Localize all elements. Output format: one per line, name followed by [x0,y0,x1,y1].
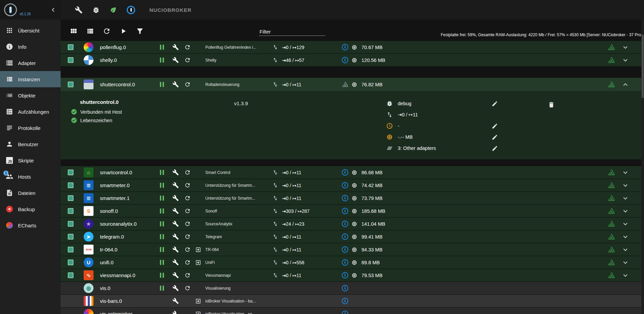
sidebar-item-instanzen[interactable]: Instanzen [0,71,61,87]
settings-wrench-button[interactable] [172,57,179,63]
sentry-icon[interactable] [608,259,615,266]
pause-button[interactable] [160,208,164,214]
sidebar-item-benutzer[interactable]: Benutzer [0,136,61,152]
sidebar-item-uebersicht[interactable]: Übersicht [0,22,61,39]
settings-wrench-button[interactable] [172,44,179,50]
sidebar-item-aufzaehlungen[interactable]: Aufzählungen [0,104,61,120]
settings-wrench-button[interactable] [172,246,179,253]
restart-button[interactable] [184,44,191,50]
pause-button[interactable] [160,260,164,265]
info-icon[interactable]: i [342,44,348,50]
view-grid-button[interactable] [69,27,78,35]
delete-instance-icon[interactable] [548,101,555,108]
sidebar-item-dateien[interactable]: Dateien [0,185,61,201]
sentry-icon[interactable] [608,272,615,279]
instance-enabled-checkbox[interactable] [68,272,74,278]
refresh-button[interactable] [103,27,111,35]
restart-button[interactable] [184,182,191,188]
sidebar-item-objekte[interactable]: Objekte [0,87,61,104]
open-link-icon[interactable] [195,311,201,314]
sidebar-item-protokolle[interactable]: Protokolle [0,120,61,136]
edit-pencil-icon[interactable] [492,134,498,140]
expand-toggle[interactable] [621,194,629,202]
bug-report-icon[interactable] [92,6,100,14]
instance-enabled-checkbox[interactable] [68,82,74,87]
info-icon[interactable]: i [342,285,348,291]
pause-button[interactable] [160,45,164,50]
info-icon[interactable]: i [342,221,348,227]
expand-toggle[interactable] [621,233,629,241]
filter-icon[interactable] [136,27,144,35]
open-link-icon[interactable] [195,260,201,266]
collapse-sidebar-button[interactable] [49,6,57,14]
info-icon[interactable]: i [342,246,348,253]
sidebar-item-info[interactable]: Info [0,39,61,55]
instance-enabled-checkbox[interactable] [68,57,74,63]
edit-pencil-icon[interactable] [492,123,498,129]
pause-button[interactable] [160,58,164,63]
sentry-icon[interactable] [608,246,615,253]
settings-wrench-button[interactable] [172,221,179,227]
settings-wrench-button[interactable] [172,233,179,240]
sentry-icon[interactable] [608,182,615,189]
sentry-icon[interactable] [608,169,615,176]
expand-toggle[interactable] [621,181,629,189]
restart-button[interactable] [184,57,191,63]
pause-button[interactable] [160,234,164,239]
sentry-icon[interactable] [608,220,615,228]
settings-wrench-button[interactable] [172,195,179,201]
sentry-icon[interactable] [608,44,615,51]
expand-toggle[interactable] [621,259,629,267]
instance-enabled-checkbox[interactable] [68,208,74,214]
sidebar-item-adapter[interactable]: Adapter [0,55,61,71]
instance-enabled-checkbox[interactable] [68,182,74,188]
sidebar-item-skripte[interactable]: JSSkripte [0,152,61,169]
sentry-icon[interactable] [608,207,615,215]
info-icon[interactable]: i [342,272,348,278]
info-icon[interactable]: i [342,233,348,240]
wrench-icon[interactable] [75,6,83,14]
settings-wrench-button[interactable] [172,311,179,314]
sidebar-item-echarts[interactable]: ECharts [0,217,61,233]
info-icon[interactable]: i [342,298,348,304]
play-all-button[interactable] [119,27,127,35]
pause-button[interactable] [160,273,164,278]
pause-button[interactable] [160,196,164,201]
restart-button[interactable] [184,195,191,201]
settings-wrench-button[interactable] [172,208,179,214]
expand-toggle[interactable] [621,56,629,64]
settings-wrench-button[interactable] [172,298,179,304]
sentry-icon[interactable] [608,57,615,64]
settings-wrench-button[interactable] [172,182,179,188]
expand-toggle[interactable] [621,271,629,279]
sidebar-item-backup[interactable]: Backup [0,201,61,217]
info-icon[interactable]: i [342,208,348,214]
restart-button[interactable] [184,259,191,266]
instance-enabled-checkbox[interactable] [68,195,74,201]
sentry-icon[interactable] [608,195,615,202]
info-icon[interactable]: i [342,311,348,314]
settings-wrench-button[interactable] [172,272,179,278]
sentry-icon[interactable] [608,233,615,241]
settings-wrench-button[interactable] [172,285,179,291]
edit-pencil-icon[interactable] [492,100,498,107]
sidebar-item-hosts[interactable]: 1Hosts [0,169,61,185]
restart-button[interactable] [184,221,191,227]
pause-button[interactable] [160,82,164,87]
restart-button[interactable] [184,208,191,214]
open-link-icon[interactable] [195,298,201,304]
info-icon[interactable]: i [342,195,348,201]
pause-button[interactable] [160,286,164,291]
pause-button[interactable] [160,170,164,175]
pause-button[interactable] [160,247,164,252]
open-link-icon[interactable] [195,247,201,253]
filter-input[interactable] [259,28,325,36]
plant-icon[interactable] [109,6,117,14]
instance-enabled-checkbox[interactable] [68,170,74,175]
expand-toggle[interactable] [621,207,629,215]
pause-button[interactable] [160,183,164,188]
settings-wrench-button[interactable] [172,169,179,176]
restart-button[interactable] [184,272,191,278]
instance-enabled-checkbox[interactable] [68,44,74,50]
instance-enabled-checkbox[interactable] [68,234,74,240]
